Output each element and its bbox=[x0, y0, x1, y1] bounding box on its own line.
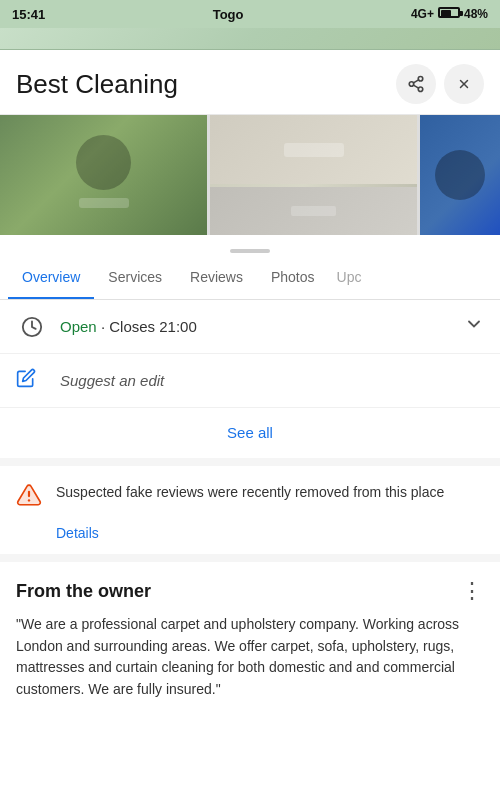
battery-pct: 48% bbox=[464, 7, 488, 21]
tab-services[interactable]: Services bbox=[94, 255, 176, 300]
hours-row[interactable]: Open · Closes 21:00 bbox=[0, 300, 500, 354]
suggest-edit-label: Suggest an edit bbox=[60, 372, 164, 389]
place-image-3[interactable] bbox=[420, 115, 500, 235]
place-header: Best Cleaning bbox=[0, 50, 500, 115]
status-right-group: 4G+ 48% bbox=[411, 7, 488, 21]
tab-photos[interactable]: Photos bbox=[257, 255, 329, 300]
place-images[interactable] bbox=[0, 115, 500, 235]
owner-section: From the owner ⋮ "We are a professional … bbox=[0, 562, 500, 721]
status-location: Togo bbox=[213, 7, 244, 22]
open-status: Open bbox=[60, 318, 97, 335]
svg-line-3 bbox=[413, 85, 418, 88]
warning-text: Suspected fake reviews were recently rem… bbox=[56, 482, 444, 503]
hours-dot: · bbox=[101, 318, 105, 335]
details-link[interactable]: Details bbox=[56, 525, 99, 541]
header-actions bbox=[396, 64, 484, 104]
place-image-1[interactable] bbox=[0, 115, 207, 235]
share-button[interactable] bbox=[396, 64, 436, 104]
fake-reviews-warning: Suspected fake reviews were recently rem… bbox=[0, 466, 500, 562]
see-all-button[interactable]: See all bbox=[227, 424, 273, 441]
warning-content: Suspected fake reviews were recently rem… bbox=[16, 482, 484, 514]
hours-closes: Closes 21:00 bbox=[109, 318, 197, 335]
see-all-section: See all bbox=[0, 408, 500, 466]
close-button[interactable] bbox=[444, 64, 484, 104]
tab-overview[interactable]: Overview bbox=[8, 255, 94, 300]
map-background bbox=[0, 28, 500, 50]
owner-header: From the owner ⋮ bbox=[16, 578, 484, 604]
owner-description: "We are a professional carpet and uphols… bbox=[16, 614, 484, 701]
share-icon bbox=[407, 75, 425, 93]
clock-icon bbox=[16, 316, 48, 338]
pencil-icon bbox=[16, 368, 48, 393]
expand-hours-button[interactable] bbox=[464, 314, 484, 339]
suggest-edit-row[interactable]: Suggest an edit bbox=[0, 354, 500, 408]
more-options-button[interactable]: ⋮ bbox=[461, 578, 484, 604]
tab-reviews[interactable]: Reviews bbox=[176, 255, 257, 300]
place-title: Best Cleaning bbox=[16, 69, 396, 100]
place-image-2[interactable] bbox=[210, 115, 417, 235]
tab-upcoming[interactable]: Upc bbox=[329, 255, 370, 299]
status-time: 15:41 bbox=[12, 7, 45, 22]
status-signal: 4G+ bbox=[411, 7, 434, 21]
status-bar: 15:41 Togo 4G+ 48% bbox=[0, 0, 500, 28]
owner-section-title: From the owner bbox=[16, 581, 151, 602]
warning-icon bbox=[16, 482, 44, 514]
close-icon bbox=[457, 77, 471, 91]
pull-indicator bbox=[230, 249, 270, 253]
svg-line-4 bbox=[413, 80, 418, 83]
hours-content: Open · Closes 21:00 bbox=[60, 318, 464, 335]
battery-indicator bbox=[438, 7, 460, 21]
tab-bar: Overview Services Reviews Photos Upc bbox=[0, 255, 500, 300]
